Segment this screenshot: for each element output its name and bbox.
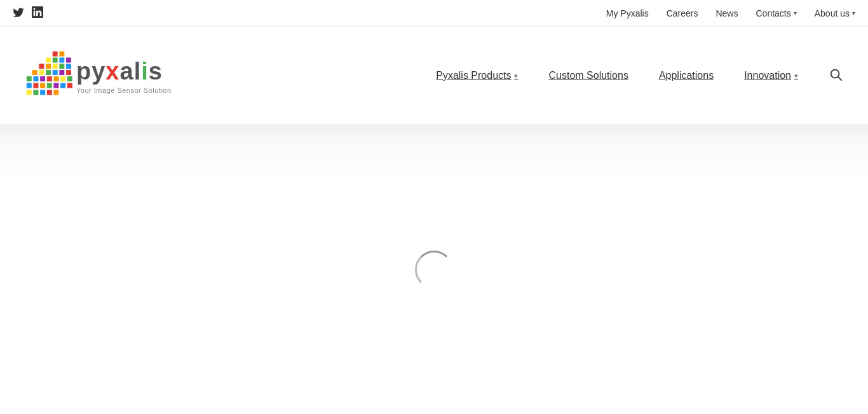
innovation-chevron-icon: ▾ bbox=[794, 72, 798, 80]
pyxalis-products-chevron-icon: ▾ bbox=[514, 72, 518, 80]
logo-icon bbox=[25, 50, 76, 101]
svg-rect-27 bbox=[47, 83, 52, 88]
about-us-link[interactable]: About us ▾ bbox=[815, 8, 855, 18]
svg-rect-26 bbox=[40, 83, 45, 88]
svg-rect-25 bbox=[33, 83, 38, 88]
svg-line-37 bbox=[838, 77, 841, 80]
svg-rect-17 bbox=[27, 76, 32, 81]
linkedin-link[interactable] bbox=[32, 6, 43, 20]
svg-rect-7 bbox=[46, 64, 51, 69]
svg-rect-15 bbox=[59, 70, 64, 75]
main-nav-links: Pyxalis Products ▾ Custom Solutions Appl… bbox=[436, 67, 843, 85]
logo-text: pyxalis Your Image Sensor Solution bbox=[76, 58, 172, 94]
svg-rect-19 bbox=[40, 76, 45, 81]
svg-rect-6 bbox=[39, 64, 44, 69]
svg-rect-10 bbox=[66, 64, 71, 69]
svg-rect-24 bbox=[27, 83, 32, 88]
svg-rect-33 bbox=[40, 90, 45, 95]
content-area bbox=[0, 125, 868, 414]
svg-rect-14 bbox=[53, 70, 58, 75]
svg-rect-9 bbox=[59, 64, 64, 69]
top-nav: My Pyxalis Careers News Contacts ▾ About… bbox=[606, 8, 855, 18]
main-nav: pyxalis Your Image Sensor Solution Pyxal… bbox=[0, 27, 868, 125]
svg-rect-2 bbox=[46, 58, 51, 63]
svg-rect-32 bbox=[33, 90, 38, 95]
custom-solutions-link[interactable]: Custom Solutions bbox=[548, 70, 628, 81]
svg-rect-20 bbox=[47, 76, 52, 81]
logo-wordmark: pyxalis bbox=[76, 58, 172, 85]
svg-rect-21 bbox=[53, 76, 58, 81]
search-button[interactable] bbox=[829, 67, 843, 85]
svg-rect-28 bbox=[53, 83, 58, 88]
about-us-chevron-icon: ▾ bbox=[852, 10, 855, 17]
twitter-link[interactable] bbox=[13, 7, 24, 20]
svg-rect-31 bbox=[27, 90, 32, 95]
top-bar: My Pyxalis Careers News Contacts ▾ About… bbox=[0, 0, 868, 27]
social-links bbox=[13, 6, 43, 20]
pyxalis-products-link[interactable]: Pyxalis Products ▾ bbox=[436, 70, 518, 81]
svg-rect-11 bbox=[32, 70, 37, 75]
loading-spinner bbox=[415, 251, 453, 289]
my-pyxalis-link[interactable]: My Pyxalis bbox=[606, 8, 649, 18]
svg-rect-29 bbox=[60, 83, 65, 88]
careers-link[interactable]: Careers bbox=[667, 8, 698, 18]
svg-rect-13 bbox=[46, 70, 51, 75]
search-icon bbox=[829, 67, 843, 81]
svg-rect-35 bbox=[53, 90, 58, 95]
logo-tagline: Your Image Sensor Solution bbox=[76, 86, 172, 94]
logo[interactable]: pyxalis Your Image Sensor Solution bbox=[25, 50, 172, 101]
svg-rect-3 bbox=[53, 58, 58, 63]
svg-rect-16 bbox=[66, 70, 71, 75]
svg-rect-18 bbox=[33, 76, 38, 81]
svg-rect-22 bbox=[60, 76, 65, 81]
svg-rect-12 bbox=[39, 70, 44, 75]
svg-rect-34 bbox=[47, 90, 52, 95]
svg-rect-4 bbox=[59, 58, 64, 63]
svg-rect-1 bbox=[59, 52, 64, 57]
svg-rect-8 bbox=[53, 64, 58, 69]
applications-link[interactable]: Applications bbox=[659, 70, 714, 81]
contacts-link[interactable]: Contacts ▾ bbox=[756, 8, 796, 18]
svg-rect-0 bbox=[53, 52, 58, 57]
news-link[interactable]: News bbox=[715, 8, 738, 18]
svg-rect-23 bbox=[67, 76, 72, 81]
svg-rect-5 bbox=[66, 58, 71, 63]
svg-rect-30 bbox=[67, 83, 72, 88]
contacts-chevron-icon: ▾ bbox=[794, 10, 797, 17]
innovation-link[interactable]: Innovation ▾ bbox=[744, 70, 798, 81]
